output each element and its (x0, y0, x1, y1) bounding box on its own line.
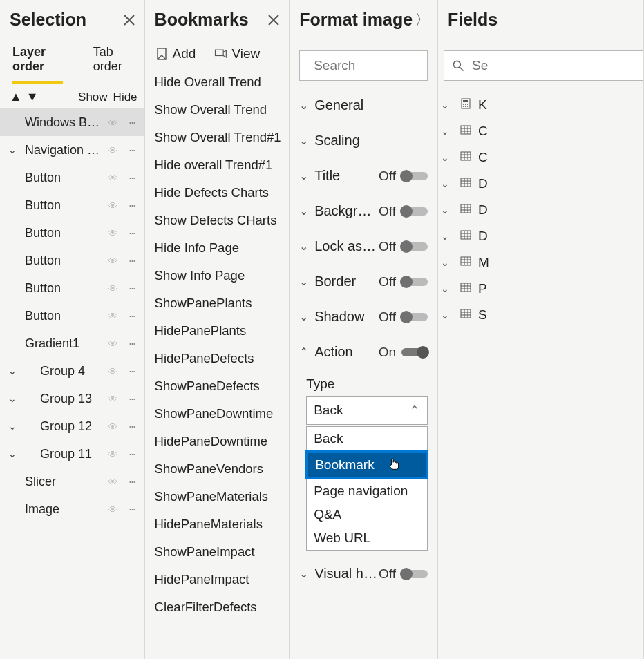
more-options-icon[interactable]: ··· (125, 392, 139, 406)
dropdown-option[interactable]: Q&A (307, 503, 427, 526)
action-type-select[interactable]: Back⌃ (306, 396, 428, 425)
visibility-icon[interactable]: 👁 (106, 421, 121, 432)
chevron-down-icon[interactable]: ⌄ (8, 448, 21, 459)
format-card-title[interactable]: ⌄TitleOff (290, 158, 437, 193)
bookmark-item[interactable]: Hide overall Trend#1 (145, 151, 290, 179)
format-card-border[interactable]: ⌄BorderOff (290, 264, 437, 299)
move-down-icon[interactable]: ▼ (26, 90, 39, 104)
chevron-down-icon[interactable]: ⌄ (441, 178, 453, 189)
action-type-dropdown[interactable]: BackBookmarkPage navigationQ&AWeb URL (306, 426, 428, 551)
selection-item[interactable]: ⌄Group 13👁··· (0, 385, 144, 412)
visibility-icon[interactable]: 👁 (106, 338, 121, 350)
chevron-down-icon[interactable]: ⌄ (441, 126, 453, 137)
close-icon[interactable] (122, 13, 136, 27)
bookmark-item[interactable]: ShowPaneMaterials (145, 483, 290, 510)
bookmark-item[interactable]: HidePaneMaterials (145, 510, 290, 538)
field-table-item[interactable]: ⌄P (438, 276, 643, 302)
field-table-item[interactable]: ⌄M (438, 249, 643, 276)
selection-item[interactable]: Button👁··· (0, 191, 144, 219)
toggle-switch[interactable] (401, 348, 428, 356)
more-options-icon[interactable]: ··· (125, 226, 139, 240)
field-table-item[interactable]: ⌄C (438, 118, 643, 144)
format-card-shadow[interactable]: ⌄ShadowOff (290, 299, 437, 334)
visibility-icon[interactable]: 👁 (106, 283, 121, 294)
format-search[interactable] (299, 50, 428, 81)
format-card-general[interactable]: ⌄General (290, 88, 437, 123)
chevron-down-icon[interactable]: ⌄ (441, 309, 453, 321)
format-card-action[interactable]: ⌃ActionOn (290, 334, 437, 370)
visibility-icon[interactable]: 👁 (106, 144, 121, 156)
toggle-switch[interactable] (401, 570, 428, 578)
visibility-icon[interactable]: 👁 (106, 365, 121, 377)
bookmark-item[interactable]: HidePanePlants (145, 317, 290, 345)
more-options-icon[interactable]: ··· (125, 419, 139, 434)
more-options-icon[interactable]: ··· (125, 447, 139, 461)
bookmark-item[interactable]: Hide Info Page (145, 234, 290, 262)
bookmark-item[interactable]: ClearFilterDefects (145, 593, 290, 621)
field-table-item[interactable]: ⌄K (438, 92, 643, 118)
field-table-item[interactable]: ⌄S (438, 302, 643, 328)
bookmark-item[interactable]: Show Overall Trend (145, 96, 290, 124)
more-options-icon[interactable]: ··· (125, 171, 139, 185)
selection-item[interactable]: Slicer👁··· (0, 468, 144, 495)
chevron-down-icon[interactable]: ⌄ (299, 99, 314, 112)
more-options-icon[interactable]: ··· (125, 115, 139, 130)
selection-item[interactable]: Button👁··· (0, 219, 144, 247)
bookmark-item[interactable]: HidePaneDowntime (145, 428, 290, 455)
selection-item[interactable]: Button👁··· (0, 302, 144, 330)
close-icon[interactable] (267, 13, 281, 27)
bookmark-item[interactable]: Show Overall Trend#1 (145, 124, 290, 151)
more-options-icon[interactable]: ··· (125, 281, 139, 296)
more-options-icon[interactable]: ··· (125, 502, 139, 517)
dropdown-option[interactable]: Bookmark (308, 453, 426, 477)
bookmark-item[interactable]: Hide Overall Trend (145, 68, 290, 96)
chevron-down-icon[interactable]: ⌄ (299, 134, 314, 147)
bookmark-item[interactable]: HidePaneImpact (145, 566, 290, 593)
view-bookmark-button[interactable]: View (214, 46, 260, 61)
dropdown-option[interactable]: Page navigation (307, 479, 427, 503)
chevron-down-icon[interactable]: ⌄ (8, 421, 21, 432)
chevron-down-icon[interactable]: ⌄ (299, 240, 314, 253)
format-card-lockAspect[interactable]: ⌄Lock aspe...Off (290, 229, 437, 264)
visibility-icon[interactable]: 👁 (106, 448, 121, 460)
more-options-icon[interactable]: ··· (125, 143, 139, 157)
field-table-item[interactable]: ⌄C (438, 144, 643, 171)
bookmark-item[interactable]: Show Info Page (145, 262, 290, 289)
visibility-icon[interactable]: 👁 (106, 476, 121, 488)
chevron-down-icon[interactable]: ⌄ (8, 144, 21, 155)
chevron-down-icon[interactable]: ⌄ (441, 257, 453, 268)
chevron-down-icon[interactable]: ⌄ (8, 365, 21, 376)
chevron-down-icon[interactable]: ⌄ (441, 204, 453, 216)
selection-item[interactable]: Button👁··· (0, 164, 144, 191)
bookmark-item[interactable]: ShowPanePlants (145, 289, 290, 317)
chevron-right-icon[interactable]: 〉 (415, 10, 429, 29)
chevron-up-icon[interactable]: ⌃ (299, 345, 314, 359)
more-options-icon[interactable]: ··· (125, 364, 139, 379)
selection-item[interactable]: Button👁··· (0, 247, 144, 274)
field-table-item[interactable]: ⌄D (438, 197, 643, 223)
chevron-down-icon[interactable]: ⌄ (441, 231, 453, 242)
selection-item[interactable]: Windows Button👁··· (0, 108, 144, 136)
visibility-icon[interactable]: 👁 (106, 504, 121, 515)
bookmark-item[interactable]: ShowPaneDefects (145, 372, 290, 400)
selection-item[interactable]: ⌄Group 12👁··· (0, 412, 144, 440)
format-card-scaling[interactable]: ⌄Scaling (290, 123, 437, 158)
more-options-icon[interactable]: ··· (125, 309, 139, 323)
dropdown-option[interactable]: Web URL (307, 526, 427, 550)
selection-item[interactable]: ⌄Group 11👁··· (0, 440, 144, 468)
chevron-down-icon[interactable]: ⌄ (441, 99, 453, 111)
hide-all-button[interactable]: Hide (113, 90, 138, 104)
more-options-icon[interactable]: ··· (125, 336, 139, 351)
format-search-input[interactable] (314, 58, 437, 73)
more-options-icon[interactable]: ··· (125, 254, 139, 268)
selection-item[interactable]: Gradient1👁··· (0, 330, 144, 357)
add-bookmark-button[interactable]: Add (155, 46, 196, 61)
visibility-icon[interactable]: 👁 (106, 393, 121, 405)
toggle-switch[interactable] (401, 207, 428, 216)
format-card-visual-header[interactable]: ⌄Visual he...Off (290, 556, 437, 591)
fields-search-input[interactable] (472, 58, 636, 73)
more-options-icon[interactable]: ··· (125, 198, 139, 213)
field-table-item[interactable]: ⌄D (438, 223, 643, 249)
visibility-icon[interactable]: 👁 (106, 117, 121, 128)
selection-item[interactable]: Image👁··· (0, 495, 144, 523)
